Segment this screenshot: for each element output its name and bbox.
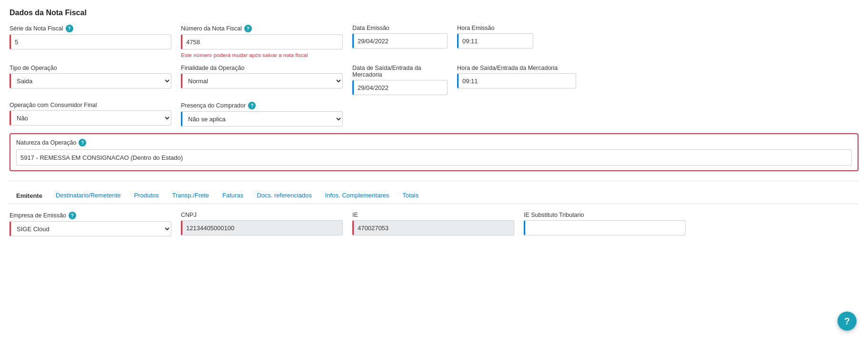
cnpj-input <box>181 220 343 235</box>
empresa-label: Empresa de Emissão ? <box>10 212 171 219</box>
presenca-group: Presença do Comprador ? Não se aplica Op… <box>181 102 343 127</box>
ie-input <box>352 220 514 235</box>
tab-docs[interactable]: Docs. referenciados <box>250 188 319 204</box>
finalidade-group: Finalidade da Operação Normal Complement… <box>181 65 343 88</box>
serie-help-icon[interactable]: ? <box>66 25 73 32</box>
serie-label: Série da Nota Fiscal ? <box>10 25 171 32</box>
data-emissao-group: Data Emissão <box>352 25 448 49</box>
serie-group: Série da Nota Fiscal ? <box>10 25 171 49</box>
numero-help-icon[interactable]: ? <box>244 25 252 32</box>
ie-sub-label: IE Substituto Tributario <box>524 212 686 218</box>
cnpj-label: CNPJ <box>181 212 343 218</box>
row-3: Operação com Consumidor Final Não Sim Pr… <box>10 102 858 127</box>
data-saida-group: Data de Saída/Entrada da Mercadoria <box>352 65 448 95</box>
natureza-help-icon[interactable]: ? <box>79 139 86 147</box>
ie-group: IE <box>352 212 514 235</box>
finalidade-label: Finalidade da Operação <box>181 65 343 71</box>
hora-emissao-input[interactable] <box>457 33 533 49</box>
data-emissao-label: Data Emissão <box>352 25 448 31</box>
emitente-row: Empresa de Emissão ? SIGE Cloud CNPJ IE … <box>10 212 858 236</box>
consumidor-group: Operação com Consumidor Final Não Sim <box>10 102 171 126</box>
presenca-select[interactable]: Não se aplica Operação presencial Intern… <box>181 111 343 127</box>
natureza-section: Natureza da Operação ? <box>10 133 858 171</box>
row-1: Série da Nota Fiscal ? Número da Nota Fi… <box>10 25 858 58</box>
numero-input[interactable] <box>181 34 343 49</box>
presenca-help-icon[interactable]: ? <box>248 102 256 109</box>
data-saida-input[interactable] <box>352 80 448 95</box>
tab-destinatario[interactable]: Destinatario/Remetente <box>49 188 128 204</box>
empresa-group: Empresa de Emissão ? SIGE Cloud <box>10 212 171 236</box>
cnpj-group: CNPJ <box>181 212 343 235</box>
tipo-op-select[interactable]: Saida Entrada <box>10 73 171 88</box>
empresa-select[interactable]: SIGE Cloud <box>10 221 171 236</box>
help-float-button[interactable]: ? <box>838 312 857 331</box>
hora-saida-label: Hora de Saída/Entrada da Mercadoria <box>457 65 576 71</box>
ie-sub-group: IE Substituto Tributario <box>524 212 686 235</box>
data-emissao-input[interactable] <box>352 33 448 49</box>
tipo-op-group: Tipo de Operação Saida Entrada <box>10 65 171 88</box>
tab-transp[interactable]: Transp./Frete <box>166 188 216 204</box>
data-saida-label: Data de Saída/Entrada da Mercadoria <box>352 65 448 78</box>
tabs-bar: Emitente Destinatario/Remetente Produtos… <box>10 188 858 204</box>
page-container: Dados da Nota Fiscal Série da Nota Fisca… <box>0 0 868 342</box>
consumidor-select[interactable]: Não Sim <box>10 110 171 126</box>
row-2: Tipo de Operação Saida Entrada Finalidad… <box>10 65 858 95</box>
tab-infos[interactable]: Infos. Complementares <box>319 188 396 204</box>
tab-faturas[interactable]: Faturas <box>216 188 250 204</box>
natureza-label: Natureza da Operação ? <box>16 139 852 147</box>
numero-warning: Este número poderá mudar após salvar a n… <box>181 52 343 58</box>
consumidor-label: Operação com Consumidor Final <box>10 102 171 108</box>
section-title: Dados da Nota Fiscal <box>10 9 858 17</box>
natureza-input[interactable] <box>16 149 852 166</box>
section-divider <box>10 181 858 181</box>
serie-input[interactable] <box>10 34 171 49</box>
finalidade-select[interactable]: Normal Complementar Ajuste Devolução <box>181 73 343 88</box>
numero-group: Número da Nota Fiscal ? Este número pode… <box>181 25 343 58</box>
hora-emissao-group: Hora Emissão <box>457 25 533 49</box>
tab-emitente[interactable]: Emitente <box>10 188 49 203</box>
presenca-label: Presença do Comprador ? <box>181 102 343 109</box>
tab-produtos[interactable]: Produtos <box>127 188 165 204</box>
hora-emissao-label: Hora Emissão <box>457 25 533 31</box>
hora-saida-input[interactable] <box>457 73 576 88</box>
tipo-op-label: Tipo de Operação <box>10 65 171 71</box>
tab-totais[interactable]: Totais <box>396 188 425 204</box>
ie-sub-input[interactable] <box>524 220 686 235</box>
ie-label: IE <box>352 212 514 218</box>
empresa-help-icon[interactable]: ? <box>69 212 76 219</box>
hora-saida-group: Hora de Saída/Entrada da Mercadoria <box>457 65 576 88</box>
numero-label: Número da Nota Fiscal ? <box>181 25 343 32</box>
